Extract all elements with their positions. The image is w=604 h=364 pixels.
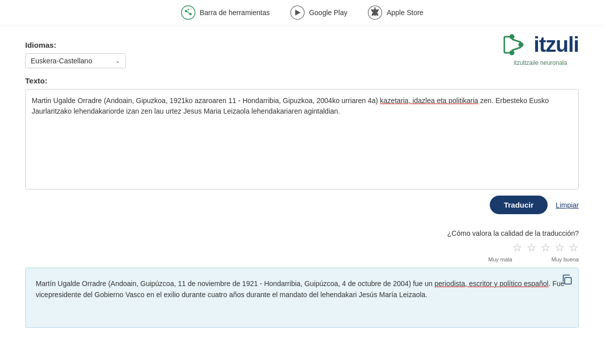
- svg-point-10: [518, 42, 523, 47]
- logo-text: itzuli: [534, 33, 579, 57]
- google-play-link[interactable]: Google Play: [290, 5, 347, 20]
- star-3[interactable]: ☆: [541, 241, 551, 254]
- translation-output: Martín Ugalde Orradre (Andoain, Guipúzco…: [25, 267, 579, 328]
- toolbar-label: Barra de herramientas: [200, 9, 270, 17]
- logo-area: itzuli itzultzaile neuronala: [502, 31, 579, 66]
- texto-section: Texto: Martin Ugalde Orradre (Andoain, G…: [25, 76, 579, 190]
- logo-brand: itzuli: [502, 31, 579, 58]
- rating-label-bad: Muy mala: [488, 256, 512, 262]
- output-text-plain: Martín Ugalde Orradre (Andoain, Guipúzco…: [36, 280, 434, 288]
- logo-tagline: itzultzaile neuronala: [502, 59, 579, 66]
- apple-store-icon: [367, 5, 383, 20]
- star-5[interactable]: ☆: [569, 241, 579, 254]
- star-4[interactable]: ☆: [555, 241, 565, 254]
- copy-icon: [561, 274, 572, 285]
- svg-point-9: [509, 34, 514, 39]
- language-dropdown[interactable]: Euskera-Castellano ⌄: [25, 53, 126, 68]
- svg-line-3: [186, 11, 190, 14]
- dropdown-arrow-icon: ⌄: [115, 57, 120, 64]
- star-2[interactable]: ☆: [526, 241, 537, 254]
- texto-label: Texto:: [25, 76, 579, 85]
- svg-marker-6: [295, 10, 300, 16]
- svg-rect-15: [565, 278, 571, 284]
- button-row: Traducir Limpiar: [25, 196, 579, 214]
- input-text-underlined: kazetaria, idazlea eta politikaria: [380, 97, 478, 105]
- apple-store-link[interactable]: Apple Store: [367, 5, 423, 20]
- top-navigation: Barra de herramientas Google Play Apple …: [0, 0, 604, 26]
- limpiar-button[interactable]: Limpiar: [556, 201, 579, 209]
- star-1[interactable]: ☆: [512, 241, 522, 254]
- input-text-plain: Martin Ugalde Orradre (Andoain, Gipuzkoa…: [32, 97, 380, 105]
- google-play-label: Google Play: [309, 9, 347, 17]
- toolbar-link[interactable]: Barra de herramientas: [181, 5, 270, 20]
- rating-label-good: Muy buena: [552, 256, 579, 262]
- svg-point-8: [374, 8, 376, 9]
- google-play-icon: [290, 5, 305, 20]
- traducir-button[interactable]: Traducir: [490, 196, 548, 214]
- textarea-wrapper: Martin Ugalde Orradre (Andoain, Gipuzkoa…: [25, 89, 579, 190]
- stars-row: ☆ ☆ ☆ ☆ ☆: [512, 241, 579, 254]
- language-selected-value: Euskera-Castellano: [31, 57, 92, 65]
- rating-section: ¿Cómo valora la calidad de la traducción…: [25, 229, 579, 262]
- nav-links: Barra de herramientas Google Play Apple …: [181, 5, 424, 20]
- toolbar-icon: [181, 5, 196, 20]
- apple-store-label: Apple Store: [387, 9, 423, 17]
- copy-button[interactable]: [561, 274, 572, 290]
- idiomas-label: Idiomas:: [25, 41, 579, 49]
- itzuli-logo-icon: [502, 31, 530, 58]
- main-content: itzuli itzultzaile neuronala Idiomas: Eu…: [10, 26, 594, 338]
- output-text-underlined: periodista, escritor y político español: [434, 280, 548, 288]
- svg-point-4: [187, 9, 189, 11]
- svg-point-11: [509, 50, 514, 55]
- rating-question: ¿Cómo valora la calidad de la traducción…: [447, 229, 579, 237]
- input-text-area[interactable]: Martin Ugalde Orradre (Andoain, Gipuzkoa…: [25, 89, 579, 190]
